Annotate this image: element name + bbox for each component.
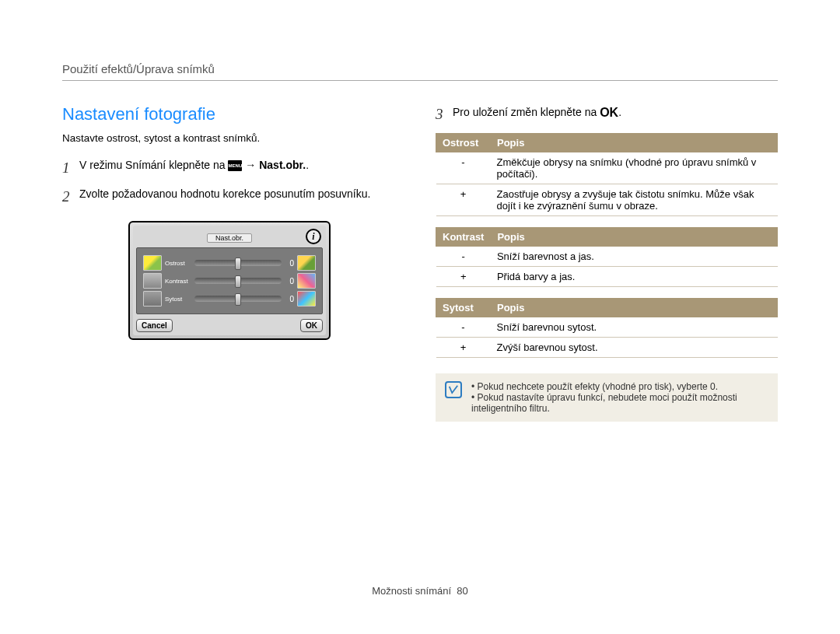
- step-3: 3 Pro uložení změn klepněte na OK.: [436, 104, 778, 125]
- camera-title: Nast.obr.: [207, 233, 252, 243]
- step1-end: .: [306, 159, 309, 171]
- cell-value: Zaostřuje obrysy a zvyšuje tak čistotu s…: [491, 184, 778, 215]
- note-item: Pokud nastavíte úpravu funkcí, nebudete …: [471, 392, 768, 414]
- step-number: 3: [436, 104, 453, 125]
- step-1: 1 V režimu Snímání klepněte na MENU → Na…: [62, 158, 397, 179]
- th-desc: Popis: [491, 298, 778, 317]
- footer-label: Možnosti snímání: [372, 585, 451, 597]
- cell-value: Zvýší barevnou sytost.: [491, 337, 778, 357]
- subtitle: Nastavte ostrost, sytost a kontrast sním…: [62, 132, 397, 144]
- step1-text-pre: V režimu Snímání klepněte na: [79, 159, 228, 171]
- step-number: 2: [62, 187, 79, 208]
- slider-value: 0: [285, 295, 294, 303]
- step1-arrow: →: [245, 159, 259, 171]
- cell-key: +: [436, 184, 491, 215]
- step2-text: Zvolte požadovanou hodnotu korekce posun…: [79, 187, 397, 202]
- th-label: Sytost: [436, 298, 491, 317]
- slider-row-ostrost[interactable]: Ostrost 0: [143, 255, 316, 271]
- cell-value: Sníží barevnou sytost.: [491, 317, 778, 337]
- cell-key: -: [436, 152, 491, 184]
- slider-value: 0: [285, 259, 294, 268]
- table-row: + Zaostřuje obrysy a zvyšuje tak čistotu…: [436, 184, 778, 215]
- slider-value: 0: [285, 277, 294, 285]
- cell-key: +: [436, 337, 491, 357]
- step1-bold: Nast.obr.: [259, 159, 306, 171]
- step-2: 2 Zvolte požadovanou hodnotu korekce pos…: [62, 187, 397, 208]
- cell-value: Změkčuje obrysy na snímku (vhodné pro úp…: [491, 152, 778, 184]
- page-footer: Možnosti snímání 80: [0, 585, 840, 597]
- thumb-icon: [297, 291, 316, 306]
- note-item: Pokud nechcete použít efekty (vhodné pro…: [471, 381, 768, 392]
- note-icon: [445, 381, 462, 398]
- cell-key: -: [436, 246, 491, 266]
- slider-track[interactable]: [194, 296, 282, 302]
- slider-row-kontrast[interactable]: Kontrast 0: [143, 273, 316, 289]
- camera-screen: Nast.obr. i Ostrost 0 Kontrast: [128, 221, 331, 340]
- step-number: 1: [62, 158, 79, 179]
- table-row: + Přidá barvy a jas.: [436, 266, 778, 286]
- thumb-icon: [143, 255, 162, 271]
- table-ostrost: Ostrost Popis - Změkčuje obrysy na snímk…: [436, 133, 778, 216]
- table-kontrast: Kontrast Popis - Sníží barevnost a jas. …: [436, 227, 778, 287]
- slider-label: Ostrost: [165, 260, 191, 267]
- breadcrumb: Použití efektů/Úprava snímků: [62, 62, 778, 81]
- slider-track[interactable]: [194, 278, 282, 284]
- thumb-icon: [297, 273, 316, 289]
- cell-value: Přidá barvy a jas.: [491, 266, 778, 286]
- thumb-icon: [297, 255, 316, 271]
- footer-page: 80: [457, 585, 467, 597]
- ok-button[interactable]: OK: [300, 319, 323, 332]
- th-label: Kontrast: [436, 227, 491, 246]
- cell-key: +: [436, 266, 491, 286]
- thumb-icon: [143, 291, 162, 306]
- slider-track[interactable]: [194, 260, 282, 266]
- slider-label: Kontrast: [165, 278, 191, 285]
- info-icon[interactable]: i: [306, 229, 321, 244]
- page-title: Nastavení fotografie: [62, 104, 397, 124]
- step3-text-pre: Pro uložení změn klepněte na: [453, 106, 600, 118]
- cell-key: -: [436, 317, 491, 337]
- step3-end: .: [618, 106, 621, 118]
- thumb-icon: [143, 273, 162, 289]
- th-desc: Popis: [491, 227, 778, 246]
- cell-value: Sníží barevnost a jas.: [491, 246, 778, 266]
- table-sytost: Sytost Popis - Sníží barevnou sytost. + …: [436, 298, 778, 358]
- table-row: - Sníží barevnou sytost.: [436, 317, 778, 337]
- slider-label: Sytost: [165, 296, 191, 303]
- table-row: + Zvýší barevnou sytost.: [436, 337, 778, 357]
- table-row: - Změkčuje obrysy na snímku (vhodné pro …: [436, 152, 778, 184]
- slider-row-sytost[interactable]: Sytost 0: [143, 291, 316, 306]
- ok-icon: OK: [600, 104, 618, 121]
- sliders-panel: Ostrost 0 Kontrast 0 Sytost: [136, 247, 323, 314]
- menu-icon: MENU: [228, 160, 242, 171]
- th-desc: Popis: [491, 133, 778, 152]
- note-box: Pokud nechcete použít efekty (vhodné pro…: [436, 373, 778, 422]
- cancel-button[interactable]: Cancel: [136, 319, 173, 332]
- table-row: - Sníží barevnost a jas.: [436, 246, 778, 266]
- th-label: Ostrost: [436, 133, 491, 152]
